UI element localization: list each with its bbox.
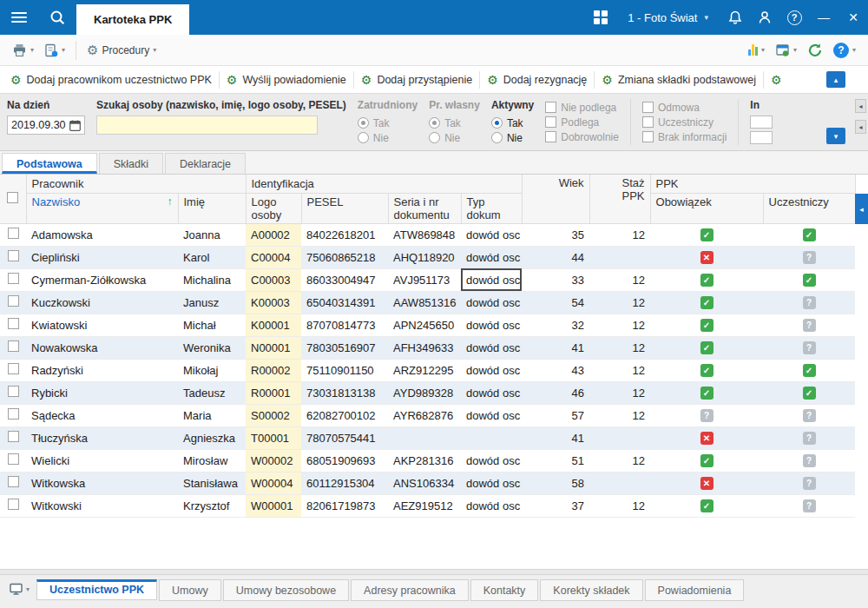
date-input[interactable]: 2019.09.30 — [7, 116, 85, 135]
column-header-seria[interactable]: Seria i nr dokumentu — [388, 193, 461, 223]
tab-podstawowa[interactable]: Podstawowa — [2, 153, 97, 174]
close-button[interactable]: ✕ — [838, 0, 868, 35]
checkbox-dobrowolnie[interactable]: Dobrowolnie — [545, 129, 619, 144]
radio-zatrudniony-tak[interactable]: Tak — [358, 116, 418, 130]
cell-typ-dokumentu[interactable]: dowód osc — [461, 494, 522, 517]
action-dodaj-przystapienie[interactable]: ⚙ Dodaj przystąpienie — [354, 70, 479, 89]
tab-deklaracje[interactable]: Deklaracje — [165, 153, 246, 174]
company-selector[interactable]: 1 - Foto Świat ▾ — [615, 0, 720, 35]
table-row[interactable]: AdamowskaJoannaA0000284022618201ATW86984… — [0, 223, 855, 246]
column-header-typ-dokumentu[interactable]: Typ dokum — [461, 193, 522, 223]
radio-aktywny-tak[interactable]: Tak — [491, 116, 534, 130]
cell-typ-dokumentu[interactable]: dowód osc — [461, 268, 522, 291]
column-header-uczestniczy[interactable]: Uczestniczy — [763, 193, 855, 223]
cutoff-input[interactable] — [750, 116, 773, 129]
bottom-tab-powiadomienia[interactable]: Powiadomienia — [645, 579, 745, 601]
help-button[interactable]: ? — [779, 0, 809, 35]
refresh-button[interactable] — [802, 39, 828, 62]
column-header-staz-ppk[interactable]: Staż PPK — [589, 175, 650, 223]
action-dodaj-rezygnacje[interactable]: ⚙ Dodaj rezygnację — [480, 70, 594, 89]
row-checkbox[interactable] — [8, 431, 19, 442]
column-header-imie[interactable]: Imię — [178, 193, 246, 223]
cell-typ-dokumentu[interactable]: dowód osc — [461, 291, 522, 314]
row-checkbox[interactable] — [8, 318, 19, 329]
row-checkbox[interactable] — [8, 363, 19, 374]
checkbox-odmowa[interactable]: Odmowa — [642, 100, 727, 115]
table-row[interactable]: WitkowskiKrzysztofW0000182061719873AEZ91… — [0, 494, 855, 517]
table-row[interactable]: KuczkowskiJanuszK0000365040314391AAW8513… — [0, 291, 855, 314]
checkbox-podlega[interactable]: Podlega — [545, 115, 619, 129]
cell-typ-dokumentu[interactable]: dowód osc — [461, 314, 522, 336]
table-row[interactable]: TłuczyńskaAgnieszkaT000017807057544141✕? — [0, 426, 855, 449]
checkbox-uczestniczy[interactable]: Uczestniczy — [642, 115, 727, 129]
scroll-left-button[interactable]: ◂ — [855, 120, 866, 134]
table-row[interactable]: WielickiMirosławW0000268051909693AKP2813… — [0, 449, 855, 472]
table-row[interactable]: RadzyńskiMikołajR0000275110901150ARZ9122… — [0, 359, 855, 381]
collapse-side-panel-button[interactable]: ◂ — [855, 194, 868, 224]
collapse-panel-down-button[interactable]: ▾ — [826, 128, 845, 144]
apps-grid-button[interactable] — [586, 0, 615, 35]
select-all-checkbox[interactable] — [7, 192, 18, 203]
column-header-pesel[interactable]: PESEL — [301, 193, 388, 223]
action-more[interactable]: ⚙ — [764, 70, 789, 89]
row-checkbox[interactable] — [8, 476, 19, 487]
toolbar-help-button[interactable]: ? ▾ — [828, 39, 861, 62]
search-input[interactable] — [96, 116, 318, 135]
bottom-tab-umowy[interactable]: Umowy — [159, 579, 221, 601]
tab-kartoteka-ppk[interactable]: Kartoteka PPK — [76, 4, 189, 35]
cell-typ-dokumentu[interactable]: dowód osc — [461, 404, 522, 426]
row-checkbox[interactable] — [8, 295, 19, 307]
print-button[interactable]: ▾ — [7, 40, 39, 61]
cell-typ-dokumentu[interactable]: dowód osc — [461, 246, 522, 268]
minimize-button[interactable]: — — [809, 0, 838, 35]
user-account-button[interactable] — [750, 0, 779, 35]
table-row[interactable]: NowakowskaWeronikaN0000178030516907AFH34… — [0, 336, 855, 359]
column-header-wiek[interactable]: Wiek — [522, 175, 589, 223]
row-checkbox[interactable] — [8, 408, 19, 420]
cell-typ-dokumentu[interactable] — [461, 426, 522, 449]
table-row[interactable]: KwiatowskiMichałK0000187070814773APN2456… — [0, 314, 855, 336]
cell-typ-dokumentu[interactable]: dowód osc — [461, 381, 522, 404]
cell-typ-dokumentu[interactable]: dowód osc — [461, 449, 522, 472]
cutoff-input[interactable] — [750, 131, 773, 144]
scroll-left-button[interactable]: ◂ — [855, 99, 866, 113]
radio-aktywny-nie[interactable]: Nie — [491, 130, 534, 145]
tab-skladki[interactable]: Składki — [99, 153, 163, 174]
print-data-button[interactable]: ▾ — [39, 40, 70, 61]
row-checkbox[interactable] — [8, 499, 19, 510]
radio-zatrudniony-nie[interactable]: Nie — [358, 130, 418, 145]
cell-typ-dokumentu[interactable]: dowód osc — [461, 472, 522, 494]
column-header-logo-osoby[interactable]: Logo osoby — [246, 193, 301, 223]
row-checkbox[interactable] — [8, 340, 19, 352]
radio-pr-wlasny-nie[interactable]: Nie — [429, 130, 480, 145]
row-checkbox[interactable] — [8, 228, 19, 239]
collapse-panel-up-button[interactable]: ▴ — [826, 71, 845, 88]
action-dodaj-uczestnictwo[interactable]: ⚙ Dodaj pracownikom uczestnictwo PPK — [3, 70, 219, 89]
row-checkbox[interactable] — [8, 250, 19, 261]
hamburger-menu-button[interactable] — [0, 0, 38, 35]
table-row[interactable]: RybickiTadeuszR0000173031813138AYD989328… — [0, 381, 855, 404]
table-row[interactable]: WitkowskaStanisławaW0000460112915304ANS1… — [0, 472, 855, 494]
bottom-tab-adresy-pracownika[interactable]: Adresy pracownika — [351, 579, 469, 601]
bottom-tab-korekty-skladek[interactable]: Korekty składek — [540, 579, 642, 601]
layout-settings-button[interactable]: ▾ — [770, 40, 802, 61]
radio-pr-wlasny-tak[interactable]: Tak — [429, 116, 480, 130]
column-header-obowiazek[interactable]: Obowiązek — [650, 193, 763, 223]
checkbox-nie-podlega[interactable]: Nie podlega — [545, 100, 619, 115]
bottom-panel-button[interactable]: ▾ — [3, 579, 35, 598]
table-row[interactable]: Cymerman-ZiółkowskaMichalinaC00003860330… — [0, 268, 855, 291]
table-row[interactable]: CieplińskiKarolC0000475060865218AHQ11892… — [0, 246, 855, 268]
notifications-button[interactable] — [720, 0, 750, 35]
bottom-tab-kontakty[interactable]: Kontakty — [470, 579, 539, 601]
row-checkbox[interactable] — [8, 273, 19, 284]
cell-typ-dokumentu[interactable]: dowód osc — [461, 336, 522, 359]
procedury-button[interactable]: ⚙ Procedury ▾ — [82, 40, 161, 60]
row-checkbox[interactable] — [8, 386, 19, 397]
checkbox-brak-informacji[interactable]: Brak informacji — [642, 129, 727, 144]
action-zmiana-skladki[interactable]: ⚙ Zmiana składki podstawowej — [595, 70, 763, 89]
search-button[interactable] — [38, 0, 76, 35]
action-wyslij-powiadomienie[interactable]: ⚙ Wyślij powiadomienie — [220, 70, 353, 89]
column-header-nazwisko[interactable]: Nazwisko ↑ — [26, 193, 178, 223]
bottom-tab-umowy-bezosobowe[interactable]: Umowy bezosobowe — [223, 579, 349, 601]
cell-typ-dokumentu[interactable]: dowód osc — [461, 359, 522, 381]
